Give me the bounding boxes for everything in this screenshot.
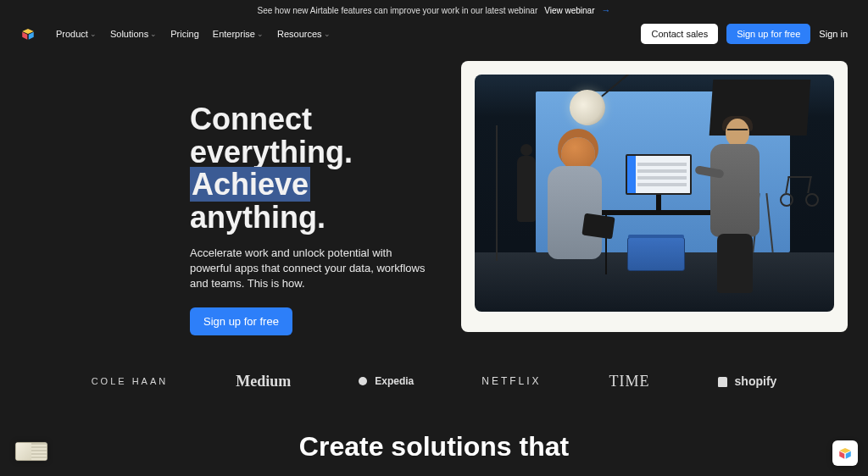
announcement-link[interactable]: View webinar bbox=[544, 6, 594, 15]
hero-signup-button[interactable]: Sign up for free bbox=[190, 307, 292, 335]
hero-media-card bbox=[461, 61, 848, 332]
nav-item-label: Enterprise bbox=[213, 29, 255, 39]
nav-item-label: Product bbox=[56, 29, 88, 39]
monitor-screen bbox=[626, 154, 692, 195]
hero-title: Connect everything. Achieve anything. bbox=[190, 103, 444, 234]
nav-item-solutions[interactable]: Solutions ⌄ bbox=[110, 29, 157, 39]
hero-section: Connect everything. Achieve anything. Ac… bbox=[0, 54, 868, 335]
person-left bbox=[542, 137, 610, 290]
nav-item-resources[interactable]: Resources ⌄ bbox=[277, 29, 331, 39]
signup-nav-button[interactable]: Sign up for free bbox=[726, 24, 810, 44]
nav-items: Product ⌄ Solutions ⌄ Pricing Enterprise… bbox=[56, 29, 331, 39]
accessibility-widget[interactable] bbox=[15, 442, 47, 461]
hero-copy: Connect everything. Achieve anything. Ac… bbox=[20, 61, 444, 335]
logo-colehaan: COLE HAAN bbox=[92, 376, 169, 386]
airtable-logo-icon[interactable] bbox=[20, 26, 36, 42]
main-nav: Product ⌄ Solutions ⌄ Pricing Enterprise… bbox=[0, 19, 868, 54]
nav-item-product[interactable]: Product ⌄ bbox=[56, 29, 97, 39]
hero-subtitle: Accelerate work and unlock potential wit… bbox=[190, 246, 427, 292]
logo-expedia: Expedia bbox=[359, 375, 414, 387]
arrow-right-icon: → bbox=[602, 5, 611, 15]
signin-link[interactable]: Sign in bbox=[819, 29, 848, 39]
background-person bbox=[517, 156, 536, 222]
shopify-bag-icon bbox=[718, 377, 727, 387]
announcement-text: See how new Airtable features can improv… bbox=[257, 6, 537, 15]
light-stand bbox=[496, 125, 498, 261]
airtable-logo-icon bbox=[837, 446, 853, 461]
nav-item-label: Solutions bbox=[110, 29, 148, 39]
hero-title-line: anything. bbox=[190, 200, 326, 235]
exercise-bike bbox=[780, 176, 819, 207]
hero-title-highlight: Achieve bbox=[190, 167, 310, 202]
logo-netflix: NETFLIX bbox=[481, 375, 541, 387]
nav-item-pricing[interactable]: Pricing bbox=[170, 29, 199, 39]
logo-shopify: shopify bbox=[718, 374, 777, 388]
equipment-case bbox=[627, 237, 685, 271]
nav-item-enterprise[interactable]: Enterprise ⌄ bbox=[213, 29, 264, 39]
logo-time: TIME bbox=[609, 373, 650, 390]
nav-right: Contact sales Sign up for free Sign in bbox=[641, 24, 848, 44]
customer-logos-row: COLE HAAN Medium Expedia NETFLIX TIME sh… bbox=[0, 335, 868, 390]
chevron-down-icon: ⌄ bbox=[257, 30, 264, 38]
nav-item-label: Resources bbox=[277, 29, 322, 39]
chevron-down-icon: ⌄ bbox=[90, 30, 97, 38]
logo-medium: Medium bbox=[236, 373, 291, 390]
nav-item-label: Pricing bbox=[170, 29, 199, 39]
chevron-down-icon: ⌄ bbox=[150, 30, 157, 38]
hero-title-line: Connect bbox=[190, 102, 312, 136]
person-right bbox=[710, 119, 778, 288]
chevron-down-icon: ⌄ bbox=[324, 30, 331, 38]
hero-title-line: everything. bbox=[190, 135, 353, 169]
logo-label: shopify bbox=[735, 374, 777, 388]
contact-sales-button[interactable]: Contact sales bbox=[641, 24, 718, 44]
hero-image bbox=[475, 75, 834, 312]
tablet-icon bbox=[581, 213, 615, 240]
expedia-dot-icon bbox=[359, 377, 367, 385]
section-heading: Create solutions that bbox=[0, 390, 868, 462]
announcement-bar: See how new Airtable features can improv… bbox=[0, 0, 868, 19]
logo-label: Expedia bbox=[375, 375, 414, 387]
airtable-launcher-button[interactable] bbox=[832, 440, 858, 466]
monitor-stand bbox=[656, 195, 661, 212]
